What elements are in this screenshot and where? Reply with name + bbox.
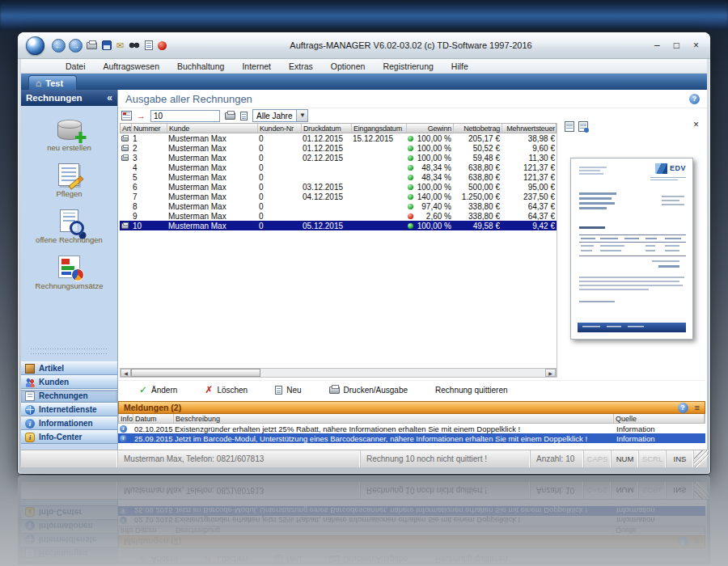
sidebar-action-neu-erstellen[interactable]: neu erstellen <box>47 120 91 152</box>
table-row[interactable]: 3Musterman Max002.12.2015100,00 %59,48 €… <box>120 153 557 163</box>
cell-druckdatum: 01.12.2015 <box>301 143 351 153</box>
status-dot-green <box>408 184 413 190</box>
table-row[interactable]: 1Musterman Max001.12.201515.12.2015100,0… <box>120 133 557 143</box>
gewinn-value: 2,60 % <box>426 212 451 221</box>
alert-icon[interactable] <box>158 41 167 50</box>
cell-nettobetrag: 500,00 € <box>453 182 502 192</box>
action-ndern[interactable]: Ändern <box>139 384 177 395</box>
resize-grip[interactable] <box>694 450 709 467</box>
scrollbar-track[interactable] <box>131 369 545 377</box>
action-label: Neu <box>286 386 301 395</box>
preview-zoom-icon[interactable] <box>578 121 588 132</box>
table-row[interactable]: 7Musterman Max004.12.2015140,00 %1.250,0… <box>120 192 557 201</box>
column-header-nettobetrag[interactable]: Nettobetrag <box>454 124 502 133</box>
save-icon[interactable] <box>102 40 112 50</box>
column-header-druckdatum[interactable]: Druckdatum <box>302 124 352 133</box>
preview-close-icon[interactable]: × <box>693 120 699 129</box>
column-header-kunde[interactable]: Kunde <box>167 124 258 133</box>
meldungen-menu-icon[interactable]: ≡ <box>695 403 700 412</box>
meldungen-column-datum[interactable]: Datum <box>133 414 174 423</box>
sidebar-item-informationen[interactable]: Informationen <box>21 416 117 430</box>
print-icon[interactable] <box>225 112 235 120</box>
cell-eingangsdatum <box>351 163 406 172</box>
meldungen-column-quelle[interactable]: Quelle <box>614 414 705 423</box>
record-search-input[interactable] <box>150 110 220 122</box>
cell-gewinn: 140,00 % <box>406 192 453 201</box>
maximize-button[interactable]: □ <box>674 40 679 51</box>
table-row[interactable]: 2Musterman Max001.12.2015100,00 %50,52 €… <box>120 143 557 153</box>
cell-gewinn: 100,00 % <box>406 182 453 192</box>
table-row[interactable]: 8Musterman Max097,40 %338,80 €64,37 € <box>120 201 557 211</box>
sidebar-item-info-center[interactable]: Info-Center <box>21 430 117 444</box>
search-binoculars-icon[interactable] <box>129 41 140 49</box>
menu-datei[interactable]: Datei <box>57 61 95 71</box>
action-drucken-ausgabe[interactable]: Drucken/Ausgabe <box>329 386 408 395</box>
meldung-row[interactable]: 25.09.2015Jetzt im Barcode-Modul, Unters… <box>118 433 705 443</box>
forward-button[interactable]: → <box>69 39 83 53</box>
close-button[interactable]: × <box>693 40 699 51</box>
info-icon <box>25 419 35 429</box>
sidebar-action-pflegen[interactable]: Pflegen <box>56 163 82 198</box>
action-l-schen[interactable]: Löschen <box>205 384 248 395</box>
action-rechnung-quittieren[interactable]: Rechnung quittieren <box>435 386 508 395</box>
sidebar-item-rechnungen[interactable]: Rechnungen <box>21 389 117 403</box>
tab-label: Test <box>45 78 63 88</box>
scroll-left-arrow[interactable]: ◀ <box>121 369 131 377</box>
menu-internet[interactable]: Internet <box>233 61 280 71</box>
column-header-kunden-nr[interactable]: Kunden-Nr <box>258 124 302 133</box>
panel-splitter[interactable] <box>557 123 557 378</box>
column-header-art[interactable]: Art <box>121 124 132 133</box>
table-row[interactable]: 4Musterman Max048,34 %638,80 €121,37 € <box>120 163 557 172</box>
column-header-gewinn[interactable]: Gewinn <box>407 124 454 133</box>
table-row[interactable]: 5Musterman Max048,34 %638,80 €121,37 € <box>120 172 557 182</box>
horizontal-scrollbar[interactable]: ◀ ▶ <box>120 368 557 378</box>
preview-page-icon[interactable] <box>565 121 574 132</box>
action-neu[interactable]: Neu <box>275 386 301 395</box>
quick-print-icon[interactable] <box>87 42 97 49</box>
menu-buchhaltung[interactable]: Buchhaltung <box>168 61 233 71</box>
cell-eingangsdatum <box>351 211 406 221</box>
year-filter-select[interactable]: Alle Jahre ▼ <box>252 109 308 122</box>
table-row[interactable]: 6Musterman Max003.12.2015100,00 %500,00 … <box>120 182 557 192</box>
search-doc-icon <box>60 209 78 232</box>
column-header-nummer[interactable]: Nummer <box>132 124 167 133</box>
sidebar-action-rechnungsums-tze[interactable]: Rechnungsumsätze <box>36 256 104 290</box>
cell-art <box>120 172 131 182</box>
cell-nettobetrag: 338,80 € <box>453 211 502 221</box>
tab-test[interactable]: ⌂ Test <box>28 75 77 90</box>
scroll-right-arrow[interactable]: ▶ <box>545 369 556 377</box>
cell-kunde: Musterman Max <box>167 133 257 143</box>
menu-hilfe[interactable]: Hilfe <box>442 61 477 71</box>
meldungen-column-beschreibung[interactable]: Beschreibung <box>174 414 614 423</box>
mail-icon[interactable]: ✉ <box>116 40 124 50</box>
back-button[interactable]: ← <box>52 39 66 53</box>
cell-druckdatum: 01.12.2015 <box>301 133 351 143</box>
sidebar-item-internetdienste[interactable]: Internetdienste <box>21 403 117 416</box>
menu-optionen[interactable]: Optionen <box>322 61 375 71</box>
sidebar-item-artikel[interactable]: Artikel <box>21 361 117 375</box>
cell-gewinn: 100,00 % <box>406 133 453 143</box>
meldung-row[interactable]: 02.10.2015Existenzgründer erhalten jetzt… <box>118 424 705 433</box>
sidebar-collapse-icon[interactable]: « <box>107 92 112 103</box>
goto-record-icon[interactable]: → <box>137 111 146 120</box>
sidebar-splitter-grip[interactable] <box>31 347 108 356</box>
cell-nettobetrag: 205,17 € <box>453 133 502 143</box>
scrollbar-thumb[interactable] <box>131 369 260 377</box>
menu-auftragswesen[interactable]: Auftragswesen <box>95 61 168 71</box>
sidebar-item-kunden[interactable]: Kunden <box>21 375 117 389</box>
export-icon[interactable] <box>240 112 248 120</box>
meldungen-help-icon[interactable]: ? <box>678 403 688 413</box>
list-view-icon[interactable] <box>121 111 132 120</box>
column-header-mehrwertsteuer[interactable]: Mehrwertsteuer <box>502 124 557 133</box>
table-row[interactable]: 10Musterman Max005.12.2015100,00 %49,58 … <box>120 221 557 230</box>
menu-registrierung[interactable]: Registrierung <box>374 61 442 71</box>
column-header-eingangsdatum[interactable]: Eingangsdatum <box>352 124 407 133</box>
minimize-button[interactable]: – <box>654 40 660 51</box>
help-icon[interactable]: ? <box>689 94 700 104</box>
table-row[interactable]: 9Musterman Max02,60 %338,80 €64,37 € <box>120 211 557 221</box>
invoice-preview-content <box>571 158 692 339</box>
menu-extras[interactable]: Extras <box>280 61 322 71</box>
sidebar-action-offene-rechnungen[interactable]: offene Rechnungen <box>36 209 103 244</box>
meldungen-column-info[interactable]: Info <box>119 414 133 423</box>
report-icon[interactable] <box>145 40 153 50</box>
